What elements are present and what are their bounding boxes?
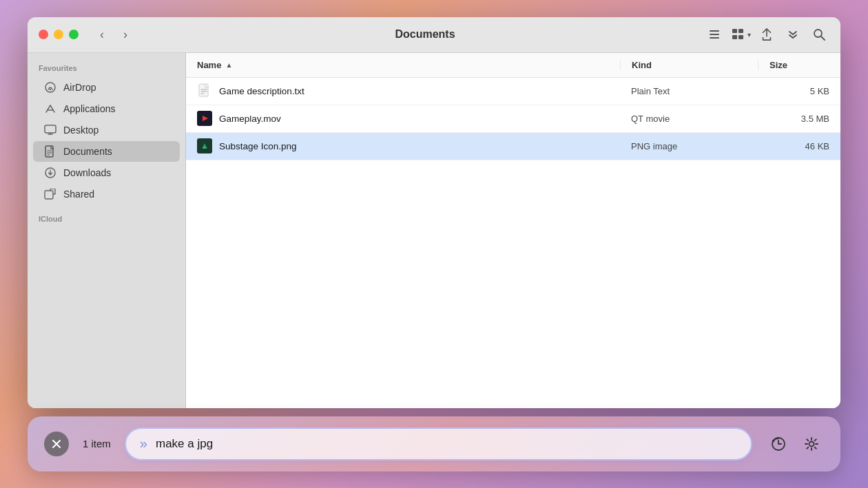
- sidebar-gap: [28, 205, 185, 215]
- maximize-button[interactable]: [69, 30, 79, 39]
- shared-icon: [44, 188, 56, 200]
- file-name-cell: Game description.txt: [186, 83, 620, 98]
- sidebar-item-desktop[interactable]: Desktop: [33, 120, 180, 140]
- app-container: ‹ › Documents: [28, 17, 840, 471]
- svg-marker-25: [203, 116, 208, 121]
- svg-rect-5: [732, 35, 737, 39]
- svg-rect-15: [45, 146, 53, 157]
- forward-arrows-icon: »: [140, 436, 147, 452]
- more-button[interactable]: [783, 24, 803, 45]
- mov-file-icon: [197, 111, 212, 126]
- forward-button[interactable]: ›: [116, 25, 135, 44]
- column-kind[interactable]: Kind: [620, 60, 758, 70]
- grid-icon: [731, 28, 746, 41]
- share-icon: [761, 28, 773, 41]
- table-row[interactable]: Substage Icon.png PNG image 46 KB: [186, 133, 840, 160]
- svg-rect-20: [45, 191, 53, 199]
- documents-label: Documents: [63, 146, 112, 157]
- file-name: Game description.txt: [219, 86, 304, 96]
- file-size: 3.5 MB: [758, 114, 840, 124]
- history-icon: [771, 436, 786, 452]
- back-button[interactable]: ‹: [92, 25, 112, 44]
- settings-button[interactable]: [799, 432, 824, 456]
- svg-rect-21: [199, 84, 208, 96]
- svg-line-8: [821, 36, 825, 40]
- airdrop-icon: [44, 81, 56, 94]
- window-title: Documents: [146, 28, 704, 41]
- chevron-right-right-icon: [786, 28, 800, 41]
- x-icon: [52, 439, 61, 449]
- file-size: 46 KB: [758, 141, 840, 151]
- main-area: Favourites AirDrop: [28, 53, 840, 408]
- sidebar-item-airdrop[interactable]: AirDrop: [33, 77, 180, 98]
- svg-point-7: [814, 30, 822, 37]
- sidebar-section-favourites: Favourites: [28, 64, 185, 76]
- file-name: Substage Icon.png: [219, 141, 297, 151]
- file-list-header: Name ▲ Kind Size: [186, 53, 840, 78]
- command-input-wrapper[interactable]: »: [125, 427, 752, 460]
- desktop-label: Desktop: [63, 125, 99, 136]
- file-list: Name ▲ Kind Size: [186, 53, 840, 408]
- airdrop-label: AirDrop: [63, 82, 96, 93]
- svg-rect-1: [710, 34, 719, 35]
- svg-point-27: [204, 147, 206, 149]
- applications-label: Applications: [63, 103, 116, 114]
- toolbar-right: ▾: [704, 24, 829, 45]
- sidebar-item-shared[interactable]: Shared: [33, 184, 180, 204]
- file-kind: Plain Text: [620, 86, 758, 96]
- txt-file-icon: [197, 83, 212, 98]
- view-grid-button[interactable]: ▾: [730, 24, 751, 45]
- table-row[interactable]: Game description.txt Plain Text 5 KB: [186, 78, 840, 105]
- close-button[interactable]: [39, 30, 48, 39]
- svg-point-10: [50, 88, 51, 89]
- list-icon: [707, 28, 721, 41]
- item-count: 1 item: [83, 438, 111, 449]
- table-row[interactable]: Gameplay.mov QT movie 3.5 MB: [186, 105, 840, 133]
- history-button[interactable]: [766, 432, 791, 456]
- applications-icon: [44, 103, 56, 115]
- traffic-lights: [39, 30, 79, 39]
- desktop-icon: [44, 124, 56, 136]
- shared-label: Shared: [63, 189, 94, 200]
- column-name[interactable]: Name ▲: [186, 60, 620, 70]
- sidebar: Favourites AirDrop: [28, 53, 186, 408]
- file-name-cell: Substage Icon.png: [186, 138, 620, 153]
- sort-arrow-icon: ▲: [225, 61, 232, 69]
- search-icon: [812, 28, 826, 41]
- png-file-icon: [197, 138, 212, 153]
- finder-window: ‹ › Documents: [28, 17, 840, 408]
- gear-icon: [804, 436, 819, 452]
- file-name: Gameplay.mov: [219, 114, 281, 124]
- downloads-label: Downloads: [63, 167, 111, 178]
- command-input[interactable]: [156, 437, 737, 451]
- title-bar: ‹ › Documents: [28, 17, 840, 53]
- svg-rect-3: [732, 29, 737, 33]
- share-button[interactable]: [756, 24, 777, 45]
- svg-rect-2: [710, 37, 719, 39]
- column-size[interactable]: Size: [758, 60, 840, 70]
- sidebar-item-downloads[interactable]: Downloads: [33, 162, 180, 183]
- file-size: 5 KB: [758, 86, 840, 96]
- documents-icon: [44, 145, 56, 158]
- file-kind: QT movie: [620, 114, 758, 124]
- sidebar-section-icloud: iCloud: [28, 215, 185, 227]
- svg-rect-0: [710, 30, 719, 32]
- file-name-cell: Gameplay.mov: [186, 111, 620, 126]
- svg-rect-4: [738, 29, 743, 33]
- nav-buttons: ‹ ›: [92, 25, 135, 44]
- search-button[interactable]: [809, 24, 829, 45]
- downloads-icon: [44, 167, 56, 179]
- minimize-button[interactable]: [54, 30, 63, 39]
- svg-point-32: [809, 441, 814, 446]
- file-kind: PNG image: [620, 141, 758, 151]
- svg-rect-6: [738, 35, 743, 39]
- shortcut-bar-right: [766, 432, 824, 456]
- sidebar-item-applications[interactable]: Applications: [33, 98, 180, 119]
- svg-rect-12: [45, 125, 56, 133]
- sidebar-item-documents[interactable]: Documents: [33, 141, 180, 162]
- shortcut-close-button[interactable]: [44, 432, 69, 456]
- view-list-button[interactable]: [704, 24, 725, 45]
- shortcut-bar: 1 item »: [28, 416, 840, 471]
